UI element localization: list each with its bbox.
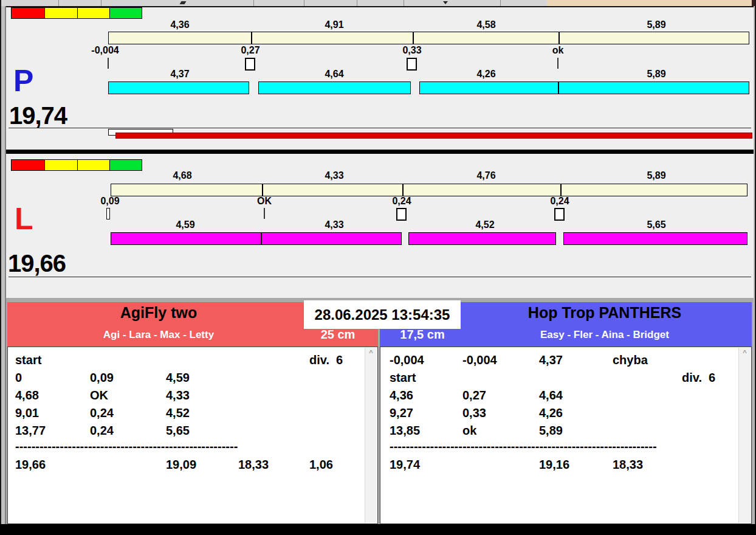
team-left-name: AgiFly two (7, 304, 310, 322)
table-cell: 4,33 (166, 388, 190, 402)
table-cell: ok (462, 424, 476, 437)
total-time: 18,33 (238, 458, 269, 471)
team-right-members: Easy - Fler - Aina - Bridget (477, 329, 732, 341)
bottom-black-bar (0, 524, 756, 535)
lane-l-split-bar (408, 232, 556, 245)
table-cell: 0,09 (90, 371, 114, 384)
status-color-strip (11, 159, 142, 171)
fault-checkbox[interactable] (396, 208, 407, 221)
fault-checkbox[interactable] (554, 208, 565, 221)
section-divider (6, 150, 754, 154)
fault-label: 0,33 (376, 45, 448, 56)
lane-divider-line (9, 128, 751, 128)
fault-note: chyba (613, 353, 648, 367)
table-cell: 0,33 (462, 406, 486, 419)
team-right-height: 17,5 cm (386, 328, 459, 342)
table-cell: 9,01 (15, 406, 39, 419)
total-time: 18,33 (613, 458, 643, 471)
upper-segment-value: 4,36 (143, 19, 216, 30)
marker-slim-box (106, 208, 110, 219)
race-progress-bar (115, 133, 752, 139)
strip-yellow-cell (77, 8, 109, 18)
team-right-name: Hop Trop PANTHERS (477, 304, 732, 322)
lower-segment-value: 4,64 (298, 69, 371, 80)
lower-segment-value: 4,59 (149, 219, 222, 230)
strip-yellow-cell (44, 160, 77, 170)
table-cell: 4,36 (390, 388, 413, 402)
lower-segment-value: 4,26 (450, 69, 523, 80)
total-time: 19,74 (390, 458, 420, 471)
lower-segment-value: 5,65 (620, 219, 693, 230)
marker-tick (264, 208, 265, 219)
fault-checkbox[interactable] (407, 58, 417, 71)
lane-divider-line (9, 277, 751, 277)
upper-segment-value: 4,91 (298, 19, 371, 30)
team-left-splits-table: start div. 6 0 0,09 4,59 4,68 OK 4,33 9,… (7, 347, 378, 524)
lower-segment-value: 4,52 (448, 219, 521, 230)
total-time: 19,09 (166, 458, 196, 471)
table-cell: 5,89 (539, 424, 563, 437)
fault-label: 0,24 (365, 196, 438, 207)
scrollbar[interactable]: ^ (365, 348, 377, 523)
table-cell: 0,24 (90, 424, 114, 437)
upper-segment-value: 5,89 (620, 19, 693, 30)
total-time: 1,06 (309, 458, 333, 471)
window-frame-right (754, 6, 755, 524)
division-label: div. 6 (309, 353, 343, 367)
pen-icon (180, 1, 187, 4)
upper-timing-bar (108, 32, 749, 44)
lower-segment-value: 4,37 (143, 69, 216, 80)
table-cell: -0,004 (462, 353, 497, 367)
fault-label: 0,09 (74, 196, 146, 207)
bar-tick (402, 184, 404, 196)
scroll-up-icon[interactable]: ^ (365, 349, 377, 356)
table-cell: 4,52 (166, 406, 190, 419)
bar-tick (262, 184, 263, 196)
strip-yellow-cell (44, 8, 77, 18)
table-cell: -0,004 (390, 353, 424, 367)
strip-yellow-cell (77, 160, 109, 170)
marker-tick (557, 58, 558, 69)
toolbar-right-strip (547, 0, 752, 6)
dropdown-arrow-icon[interactable] (443, 1, 448, 4)
lane-p-label: P (13, 66, 33, 96)
toolbar-strip[interactable] (0, 0, 756, 6)
table-cell: 0,24 (90, 406, 114, 419)
marker-tick (108, 58, 109, 69)
table-separator: ----------------------------------------… (390, 440, 657, 453)
fault-checkbox[interactable] (245, 58, 255, 71)
lane-l-split-bar (111, 232, 402, 245)
upper-segment-value: 4,58 (450, 19, 523, 30)
fault-label: OK (228, 196, 301, 207)
table-cell: 0 (15, 371, 22, 384)
bar-tick (261, 232, 262, 245)
bar-tick (558, 32, 560, 44)
bar-tick (413, 32, 414, 44)
toolbar-separator (404, 0, 404, 6)
total-time: 19,66 (15, 458, 46, 471)
toolbar-separator (58, 0, 59, 6)
table-cell: OK (90, 388, 108, 402)
lane-p-split-bar (419, 81, 749, 94)
strip-green-cell (109, 160, 142, 170)
upper-timing-bar (111, 184, 747, 196)
upper-segment-value: 5,89 (620, 170, 693, 181)
toolbar-separator (500, 0, 501, 6)
upper-segment-value: 4,68 (146, 170, 219, 181)
table-cell: 5,65 (166, 424, 190, 437)
scrollbar[interactable]: ^ (738, 348, 751, 523)
timing-app-window: 4,36 4,91 4,58 5,89 -0,004 0,27 0,33 ok … (0, 0, 756, 535)
table-cell: 4,26 (539, 406, 563, 419)
lane-l-split-bar (563, 232, 747, 245)
lane-p-total: 19,74 (9, 103, 67, 128)
lane-l-label: L (15, 204, 33, 234)
upper-segment-value: 4,76 (450, 170, 523, 181)
table-cell: 13,77 (15, 424, 46, 437)
fault-label: ok (521, 45, 594, 56)
scroll-up-icon[interactable]: ^ (739, 349, 751, 356)
table-separator: ----------------------------------------… (15, 440, 238, 453)
team-left-height: 25 cm (304, 328, 372, 342)
bar-tick (558, 81, 559, 94)
status-color-strip (11, 7, 142, 19)
table-cell: 4,37 (539, 353, 563, 367)
